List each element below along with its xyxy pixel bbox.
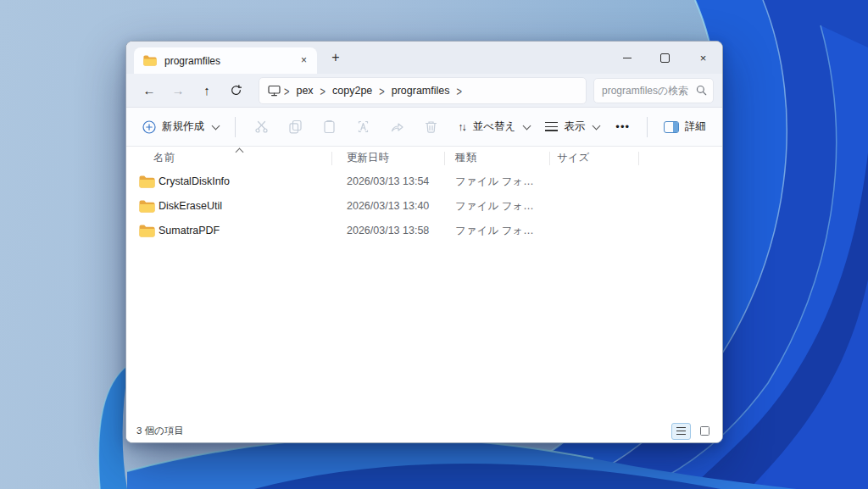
window-controls: × <box>608 42 722 74</box>
file-name[interactable]: DiskEraseUtil <box>159 194 222 219</box>
back-button[interactable]: ← <box>135 78 164 103</box>
chevron-down-icon <box>212 121 220 130</box>
maximize-icon <box>660 53 670 63</box>
column-divider[interactable] <box>444 152 445 165</box>
column-header-size[interactable]: サイズ <box>557 147 589 169</box>
details-pane-icon <box>664 121 679 133</box>
column-header-row: 名前 更新日時 種類 サイズ <box>126 147 722 169</box>
view-button[interactable]: 表示 <box>537 114 607 140</box>
folder-icon <box>139 175 155 188</box>
command-toolbar: 新規作成 <box>126 108 722 147</box>
breadcrumb-separator[interactable]: > <box>456 83 463 97</box>
view-lines-icon <box>545 122 558 131</box>
file-type: ファイル フォ… <box>455 194 534 219</box>
up-icon: ↑ <box>203 83 210 97</box>
details-pane-button[interactable]: 詳細 <box>656 114 714 140</box>
refresh-icon <box>230 84 242 97</box>
large-icons-view-toggle[interactable] <box>695 423 715 440</box>
breadcrumb-copy2pe[interactable]: copy2pe <box>326 83 378 98</box>
sort-ascending-icon <box>236 148 244 157</box>
file-row-diskeraseutil[interactable]: DiskEraseUtil 2026/03/13 13:40 ファイル フォ… <box>126 194 722 219</box>
cut-icon <box>254 119 269 134</box>
new-button[interactable]: 新規作成 <box>135 114 226 140</box>
file-modified: 2026/03/13 13:58 <box>347 219 429 243</box>
rename-button[interactable] <box>346 113 380 142</box>
details-view-icon <box>676 427 686 435</box>
more-options-button[interactable]: ••• <box>607 114 638 139</box>
search-input[interactable] <box>600 84 696 97</box>
sort-icon: ↑↓ <box>458 121 465 133</box>
new-tab-button[interactable]: + <box>323 46 348 69</box>
minimize-button[interactable] <box>608 42 646 74</box>
details-pane-label: 詳細 <box>685 119 706 134</box>
details-view-toggle[interactable] <box>671 423 691 440</box>
breadcrumb-programfiles[interactable]: programfiles <box>386 83 456 98</box>
sort-button[interactable]: ↑↓ 並べ替え <box>450 114 537 140</box>
close-icon: × <box>700 52 707 64</box>
folder-icon <box>143 55 157 66</box>
forward-button[interactable]: → <box>164 78 192 103</box>
folder-icon <box>139 225 155 237</box>
forward-icon: → <box>172 83 185 97</box>
folder-icon <box>139 200 155 213</box>
file-list-area: 名前 更新日時 種類 サイズ CrystalDiskInfo 2026/03/1… <box>126 147 722 243</box>
delete-button[interactable] <box>414 113 448 142</box>
close-button[interactable]: × <box>684 42 722 74</box>
tab-close-icon[interactable]: × <box>296 53 312 69</box>
address-bar: ← → ↑ > pex > copy2pe > programfiles > <box>126 74 722 108</box>
chevron-down-icon <box>523 121 531 130</box>
up-button[interactable]: ↑ <box>192 78 221 103</box>
status-bar: 3 個の項目 <box>126 420 722 442</box>
toolbar-divider <box>235 117 236 137</box>
column-divider[interactable] <box>638 152 639 165</box>
toolbar-divider <box>647 117 648 137</box>
view-label: 表示 <box>564 119 585 134</box>
share-icon <box>390 119 404 134</box>
large-icons-view-icon <box>700 426 709 436</box>
plus-circle-icon <box>142 120 156 134</box>
column-divider[interactable] <box>331 152 332 165</box>
toolbar-right-group: ↑↓ 並べ替え 表示 ••• 詳細 <box>450 114 714 140</box>
trash-icon <box>424 119 438 134</box>
breadcrumb-separator[interactable]: > <box>283 83 290 97</box>
search-icon <box>696 85 707 96</box>
item-count: 3 個の項目 <box>136 425 184 437</box>
breadcrumb-separator[interactable]: > <box>320 83 326 97</box>
cut-button[interactable] <box>244 113 278 142</box>
back-icon: ← <box>143 83 156 97</box>
breadcrumb-pex[interactable]: pex <box>290 83 319 98</box>
share-button[interactable] <box>380 113 414 142</box>
tab-programfiles[interactable]: programfiles × <box>134 47 317 74</box>
column-divider[interactable] <box>549 152 550 165</box>
search-box[interactable] <box>593 78 714 103</box>
file-name[interactable]: SumatraPDF <box>159 219 220 243</box>
file-type: ファイル フォ… <box>455 169 534 194</box>
refresh-button[interactable] <box>221 78 250 103</box>
desktop-location-icon <box>268 85 281 97</box>
paste-icon <box>322 119 337 134</box>
column-header-modified[interactable]: 更新日時 <box>347 147 389 169</box>
file-modified: 2026/03/13 13:54 <box>347 169 429 194</box>
explorer-window: programfiles × + × ← → ↑ > pex > <box>125 41 723 443</box>
copy-icon <box>288 119 303 134</box>
paste-button[interactable] <box>312 113 346 142</box>
maximize-button[interactable] <box>646 42 684 74</box>
file-row-crystaldiskinfo[interactable]: CrystalDiskInfo 2026/03/13 13:54 ファイル フォ… <box>126 169 722 194</box>
column-header-name[interactable]: 名前 <box>153 147 175 169</box>
file-name[interactable]: CrystalDiskInfo <box>159 169 230 194</box>
breadcrumb-separator[interactable]: > <box>378 83 385 97</box>
file-row-sumatrapdf[interactable]: SumatraPDF 2026/03/13 13:58 ファイル フォ… <box>126 219 722 243</box>
tab-title: programfiles <box>164 55 296 67</box>
sort-label: 並べ替え <box>473 119 516 134</box>
column-header-type[interactable]: 種類 <box>455 147 476 169</box>
address-breadcrumb-bar[interactable]: > pex > copy2pe > programfiles > <box>259 77 587 104</box>
rename-icon <box>356 119 370 134</box>
file-modified: 2026/03/13 13:40 <box>347 194 429 219</box>
tab-bar: programfiles × + × <box>126 42 722 74</box>
minimize-icon <box>623 58 632 58</box>
new-button-label: 新規作成 <box>162 119 204 134</box>
chevron-down-icon <box>593 121 601 130</box>
view-toggles <box>671 423 715 440</box>
copy-button[interactable] <box>278 113 312 142</box>
file-type: ファイル フォ… <box>455 219 534 243</box>
